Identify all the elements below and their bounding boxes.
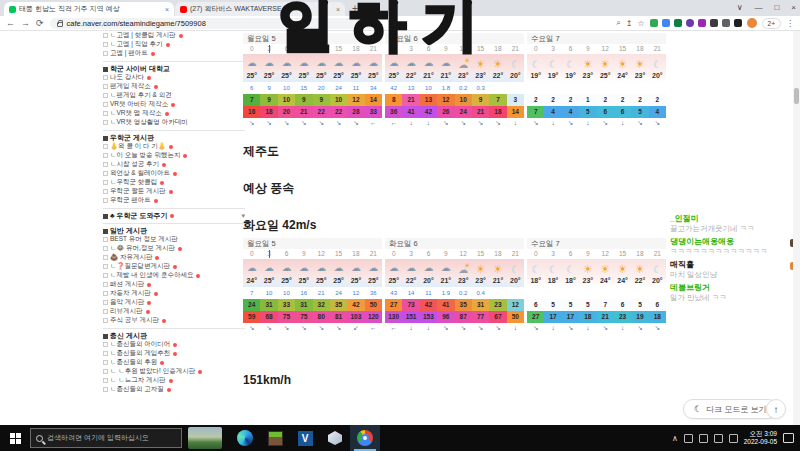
weather-cell: ☀ <box>614 59 631 70</box>
extension-icon[interactable] <box>662 19 670 27</box>
sidebar-item[interactable]: ㄴ우학군 핫클립 <box>103 178 245 187</box>
sidebar-item[interactable]: ㄴ팬게임 후기 & 의견 <box>103 91 245 100</box>
taskbar-v-app-button[interactable]: V <box>290 425 320 451</box>
sidebar-item[interactable]: ㄴ충신들의 게임추천 <box>103 349 245 358</box>
sidebar-item[interactable]: ㄴ고멤 | 핫클립 게시판 <box>103 31 245 40</box>
rain-icon: ☁ <box>351 262 361 274</box>
sidebar-item[interactable]: VR챗 아바타 제작소 <box>103 100 245 109</box>
wind-value: 5 <box>562 299 579 311</box>
sidebar-item[interactable]: ㄴ고멤 | 직업 후기 <box>103 40 245 49</box>
account-avatar[interactable] <box>747 18 757 28</box>
bookmark-star-icon[interactable]: ☆ <box>637 19 644 28</box>
sidebar-item[interactable]: 나도 강사다 <box>103 73 245 82</box>
extension-icon[interactable] <box>722 19 730 27</box>
sidebar-item[interactable]: ㄴ ㄴ후원 받았다! 인증게시판 <box>103 367 245 376</box>
sidebar-item[interactable]: 팬게임 제작소 <box>103 82 245 91</box>
sidebar-item[interactable]: ㄴVR챗 맵 제작소 <box>103 109 245 118</box>
sidebar-item[interactable]: 👃왁 클 이 다 기👃 <box>103 142 245 151</box>
forward-icon[interactable]: → <box>21 18 30 28</box>
sidebar-item[interactable]: ㄴ이 오늘 방송 뭐했는지 <box>103 151 245 160</box>
temp-band: ☾☾☾☀☀☀☀☾18°18°18°23°24°24°22°20° <box>527 259 666 287</box>
weather-cell: ☁ <box>243 57 260 70</box>
wind-direction-icon: ↘ <box>455 323 472 333</box>
gust-value: 18 <box>260 106 277 118</box>
sidebar-item[interactable]: ㄴVR챗 영상촬영 아카데미 <box>103 118 245 127</box>
taskbar-minecraft-button[interactable] <box>260 425 290 451</box>
sidebar-section-header[interactable]: ♣ 우학군 도와주기▾ <box>103 208 245 220</box>
scroll-top-button[interactable]: ↑ <box>766 399 786 419</box>
taskbar-edge-button[interactable] <box>230 425 260 451</box>
sidebar-item[interactable]: 자동차 게시판 <box>103 289 245 298</box>
sidebar-item[interactable]: ㄴ시참 성공 후기 <box>103 160 245 169</box>
taskbar-clock[interactable]: 오전 3:09 2022-09-05 <box>744 430 777 446</box>
wind-direction-icon: ↘ <box>313 118 330 128</box>
action-center-icon[interactable] <box>783 433 794 443</box>
reload-icon[interactable]: ⟳ <box>36 18 44 28</box>
sidebar-item[interactable]: ㄴ제발 내 인생에 훈수하세요 <box>103 271 245 280</box>
tray-icon-1[interactable] <box>684 434 693 443</box>
new-post-badge <box>173 343 177 347</box>
sidebar-item[interactable]: ㄴ충신들의 아이디어 <box>103 340 245 349</box>
extension-icon[interactable] <box>650 19 658 27</box>
sidebar-item[interactable]: 우학군 팬아트 <box>103 196 245 205</box>
sidebar-item[interactable]: ㄴ😂 유머,정보 게시판 <box>103 244 245 253</box>
sidebar-item[interactable]: 리뷰게시판 <box>103 307 245 316</box>
profile-chevron-icon[interactable]: ∨ <box>737 3 743 12</box>
taskbar-3d-viewer-button[interactable] <box>320 425 350 451</box>
browser-menu-icon[interactable]: ⋮ <box>786 19 794 28</box>
sidebar-item[interactable]: ㄴ충신들의 고자질 <box>103 385 245 394</box>
extension-icon[interactable] <box>698 19 706 27</box>
precip-value: 9 <box>260 82 277 94</box>
tray-icon-2[interactable] <box>699 434 708 443</box>
sidebar-item[interactable]: ㄴ충신들의 후원 <box>103 358 245 367</box>
extension-icon[interactable] <box>710 19 718 27</box>
sidebar-item[interactable]: 음악 게시판 <box>103 298 245 307</box>
taskbar-chrome-button[interactable] <box>350 425 380 451</box>
sun-icon: ☀ <box>493 59 503 70</box>
extension-icon[interactable] <box>734 19 742 27</box>
chat-text: 일가 만났네 ㅋㅋ <box>670 293 794 302</box>
back-icon[interactable]: ← <box>6 18 15 28</box>
sidebar-item[interactable]: BEST 유머 정보 게시판 <box>103 235 245 244</box>
section-square-icon <box>103 229 108 234</box>
wind-value: 6 <box>649 299 666 311</box>
sidebar-item[interactable]: 주식 공부 게시판 <box>103 316 245 325</box>
restore-button[interactable]: □ <box>774 3 779 12</box>
tray-expand-icon[interactable]: ∧ <box>672 434 678 443</box>
extension-icon[interactable] <box>686 19 694 27</box>
sidebar-item[interactable]: 왁연상 & 릴레이아트 <box>103 169 245 178</box>
tab-current-page[interactable]: 태풍 힌남노 직격 거주 지역 예상 × <box>4 2 174 16</box>
tab-close-icon[interactable]: × <box>165 6 169 13</box>
taskbar-search-input[interactable]: 검색하려면 여기에 입력하십시오 <box>30 428 182 448</box>
share-icon[interactable]: ↥ <box>626 19 633 28</box>
news-weather-widget[interactable] <box>188 427 222 449</box>
scrollbar-thumb[interactable] <box>794 88 799 104</box>
sidebar-item[interactable]: 고멤 | 팬아트 <box>103 49 245 58</box>
dark-mode-button[interactable]: ☾ 다크 모드로 보기 <box>683 399 778 419</box>
sidebar-item[interactable]: ㄴ ㄴ느그자 게시판 <box>103 376 245 385</box>
sidebar-item[interactable]: 패션 게시판 <box>103 280 245 289</box>
precip-value: 24 <box>330 287 347 299</box>
board-checkbox-icon <box>103 198 108 203</box>
cloud-sun-icon: ☁ <box>458 264 468 275</box>
gust-value: 75 <box>295 311 312 323</box>
tray-icon-3[interactable] <box>714 434 723 443</box>
zoom-icon[interactable]: ⌕ <box>616 18 620 28</box>
precip-value: 10 <box>278 287 295 299</box>
sidebar-item[interactable]: ㄴ❓질문답변게시판 <box>103 262 245 271</box>
gust-row: 74456654 <box>527 106 666 118</box>
sidebar-item[interactable]: 💩 자유게시판 <box>103 253 245 262</box>
board-checkbox-icon <box>103 153 108 158</box>
sidebar-item-label: VR챗 아바타 제작소 <box>110 100 168 109</box>
page-scrollbar[interactable] <box>793 31 800 425</box>
profile-pill[interactable]: 2+ <box>762 18 781 29</box>
new-post-badge <box>146 310 150 314</box>
close-button[interactable]: × <box>791 3 796 12</box>
tray-icon-4[interactable] <box>729 434 738 443</box>
extension-icon[interactable] <box>674 19 682 27</box>
board-checkbox-icon <box>103 264 108 269</box>
sidebar-item[interactable]: 우학군 짤툰 게시판 <box>103 187 245 196</box>
start-button[interactable] <box>0 425 30 451</box>
wind-value: 50 <box>365 299 382 311</box>
minimize-button[interactable]: — <box>754 3 762 12</box>
